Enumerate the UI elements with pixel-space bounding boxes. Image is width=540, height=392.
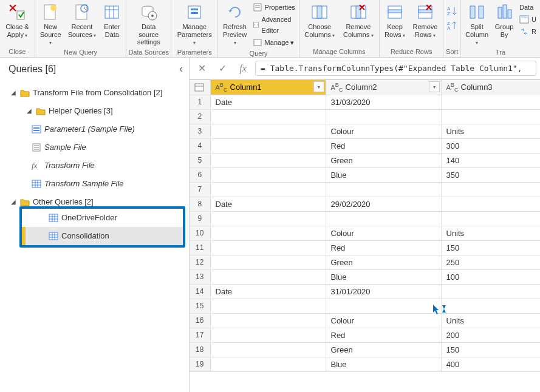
table-cell[interactable]: 350 <box>441 167 540 182</box>
formula-input[interactable] <box>255 61 536 76</box>
table-cell[interactable]: Blue <box>326 167 441 182</box>
table-cell[interactable]: Units <box>441 124 540 138</box>
table-corner[interactable] <box>190 80 210 95</box>
table-cell[interactable]: Date <box>210 284 326 299</box>
table-cell[interactable]: Blue <box>326 269 441 284</box>
table-cell[interactable]: Blue <box>326 357 441 371</box>
table-cell[interactable] <box>441 211 540 226</box>
enter-data-button[interactable]: Enter Data <box>99 1 125 39</box>
table-cell[interactable]: Red <box>326 328 441 342</box>
table-cell[interactable] <box>210 124 326 138</box>
table-cell[interactable]: 250 <box>441 255 540 269</box>
table-cell[interactable] <box>210 240 326 255</box>
table-cell[interactable] <box>210 109 326 124</box>
table-cell[interactable]: 100 <box>441 269 540 284</box>
use-first-row-button[interactable]: U <box>517 13 539 25</box>
formula-cancel-button[interactable]: ✕ <box>193 61 210 76</box>
table-cell[interactable]: Green <box>326 153 441 167</box>
sort-desc-button[interactable]: ZA <box>445 18 459 33</box>
table-row[interactable]: 4Red300 <box>190 138 540 153</box>
manage-parameters-button[interactable]: Manage Parameters ▾ <box>173 1 216 47</box>
choose-columns-button[interactable]: Choose Columns ▾ <box>301 1 339 39</box>
data-source-settings-button[interactable]: Data source settings <box>128 1 169 47</box>
table-row[interactable]: 8Date29/02/2020 <box>190 197 540 211</box>
table-cell[interactable]: Colour <box>326 226 441 240</box>
table-cell[interactable] <box>210 211 326 226</box>
table-row[interactable]: 19Blue400 <box>190 357 540 371</box>
table-cell[interactable] <box>210 269 326 284</box>
keep-rows-button[interactable]: Keep Rows ▾ <box>381 1 409 39</box>
close-apply-button[interactable]: Close & Apply ▾ <box>1 1 33 39</box>
table-cell[interactable]: 31/01/2020 <box>326 284 441 299</box>
table-cell[interactable]: 29/02/2020 <box>326 197 441 211</box>
collapse-panel-button[interactable]: ‹ <box>179 63 183 75</box>
tree-folder[interactable]: ◢Transform File from Consolidation [2] <box>0 84 189 102</box>
advanced-editor-button[interactable]: Advanced Editor <box>250 13 298 36</box>
tree-query-item[interactable]: Sample File <box>0 138 189 157</box>
manage-button[interactable]: Manage ▾ <box>250 36 298 49</box>
table-cell[interactable] <box>210 328 326 342</box>
table-row[interactable]: 17Red200 <box>190 328 540 342</box>
table-cell[interactable] <box>210 182 326 197</box>
tree-query-item[interactable]: OneDriveFolder <box>22 209 183 227</box>
table-cell[interactable] <box>210 299 326 313</box>
new-source-button[interactable]: New Source ▾ <box>36 1 65 47</box>
table-cell[interactable] <box>441 95 540 109</box>
refresh-preview-button[interactable]: Refresh Preview ▾ <box>219 1 250 47</box>
table-cell[interactable]: Green <box>326 342 441 357</box>
table-cell[interactable]: Date <box>210 95 326 109</box>
table-cell[interactable]: Colour <box>326 313 441 328</box>
column-header[interactable]: ABC Column2▾ <box>326 80 441 95</box>
table-cell[interactable] <box>441 284 540 299</box>
table-cell[interactable] <box>441 109 540 124</box>
table-cell[interactable] <box>441 197 540 211</box>
column-header[interactable]: ABC Column1▾ <box>210 80 326 95</box>
table-cell[interactable] <box>210 167 326 182</box>
formula-fx-button[interactable]: fx <box>234 61 251 76</box>
table-cell[interactable]: 400 <box>441 357 540 371</box>
column-filter-button[interactable]: ▾ <box>313 81 324 92</box>
table-cell[interactable]: 140 <box>441 153 540 167</box>
table-cell[interactable] <box>326 211 441 226</box>
table-cell[interactable] <box>210 153 326 167</box>
table-cell[interactable] <box>441 299 540 313</box>
table-row[interactable]: 1Date31/03/2020 <box>190 95 540 109</box>
table-cell[interactable]: Red <box>326 240 441 255</box>
column-header[interactable]: ABC Column3▾ <box>441 80 540 95</box>
data-type-button[interactable]: Data <box>517 1 539 13</box>
remove-columns-button[interactable]: Remove Columns ▾ <box>339 1 378 39</box>
table-row[interactable]: 9 <box>190 211 540 226</box>
tree-query-item[interactable]: Consolidation <box>22 227 183 245</box>
remove-rows-button[interactable]: Remove Rows ▾ <box>409 1 442 39</box>
table-cell[interactable]: Units <box>441 313 540 328</box>
table-cell[interactable] <box>210 342 326 357</box>
tree-folder[interactable]: ◢Helper Queries [3] <box>0 102 189 120</box>
group-by-button[interactable]: Group By <box>491 1 517 39</box>
table-cell[interactable]: 31/03/2020 <box>326 95 441 109</box>
table-cell[interactable] <box>210 357 326 371</box>
table-row[interactable]: 2 <box>190 109 540 124</box>
table-row[interactable]: 12Green250 <box>190 255 540 269</box>
table-row[interactable]: 16ColourUnits <box>190 313 540 328</box>
replace-values-button[interactable]: R <box>517 25 539 38</box>
table-cell[interactable]: Units <box>441 226 540 240</box>
tree-query-item[interactable]: Parameter1 (Sample File) <box>0 120 189 138</box>
table-row[interactable]: 6Blue350 <box>190 167 540 182</box>
table-row[interactable]: 18Green150 <box>190 342 540 357</box>
table-row[interactable]: 3ColourUnits <box>190 124 540 138</box>
table-cell[interactable] <box>210 226 326 240</box>
table-cell[interactable] <box>326 182 441 197</box>
table-cell[interactable]: Colour <box>326 124 441 138</box>
split-column-button[interactable]: Split Column ▾ <box>462 1 491 47</box>
table-cell[interactable] <box>210 313 326 328</box>
table-cell[interactable] <box>210 138 326 153</box>
sort-asc-button[interactable]: AZ <box>445 4 459 18</box>
tree-query-item[interactable]: Transform Sample File <box>0 175 189 193</box>
recent-sources-button[interactable]: Recent Sources ▾ <box>65 1 100 39</box>
properties-button[interactable]: Properties <box>250 1 298 13</box>
table-cell[interactable]: Date <box>210 197 326 211</box>
table-cell[interactable] <box>210 255 326 269</box>
table-cell[interactable]: Green <box>326 255 441 269</box>
column-filter-button[interactable]: ▾ <box>429 81 440 92</box>
tree-query-item[interactable]: fxTransform File <box>0 157 189 175</box>
